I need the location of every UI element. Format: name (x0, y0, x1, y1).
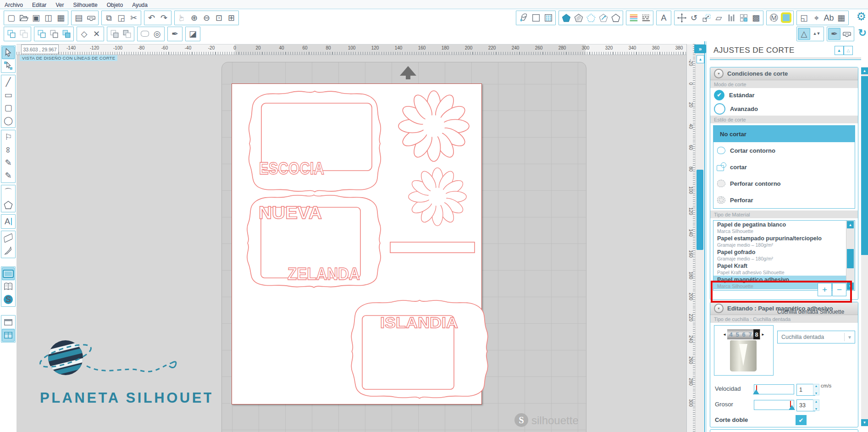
edit-points-tool[interactable] (2, 59, 15, 72)
material-scroll-down[interactable]: ▼ (847, 282, 854, 290)
blade-type-dropdown[interactable]: Cuchilla dentada ▼ (777, 331, 855, 343)
text-tool[interactable]: A (2, 215, 15, 228)
compound-paths[interactable] (60, 28, 72, 40)
fill-solid[interactable] (560, 12, 572, 24)
velocidad-stepper[interactable]: ▲▼ (813, 384, 819, 395)
arc-tool[interactable]: ⌒ (2, 186, 15, 199)
menu-editar[interactable]: Editar (28, 2, 51, 8)
fit-to-window[interactable]: ⊞ (225, 12, 238, 24)
freehand-tool[interactable]: ✎ (2, 156, 15, 169)
select-tool[interactable] (2, 46, 15, 59)
panel-up-alt-button[interactable]: △ (844, 46, 853, 55)
print[interactable]: ▤ (72, 12, 85, 24)
grosor-stepper[interactable]: ▲▼ (813, 399, 819, 411)
panel-scroll-down[interactable]: ▼ (861, 419, 868, 426)
blade-dial[interactable]: ◄ 45678 ► (718, 329, 769, 339)
text-style[interactable]: A (658, 12, 670, 24)
offset[interactable]: ◎ (151, 28, 163, 40)
shear[interactable]: ▱ (713, 12, 725, 24)
radio-checked-icon[interactable]: ✔ (714, 90, 724, 100)
menu-ver[interactable]: Ver (51, 2, 68, 8)
corte-doble-checkbox[interactable]: ✔ (796, 415, 807, 425)
vertical-scroll-thumb[interactable] (697, 170, 703, 250)
smooth-freehand-tool[interactable]: ✎ (2, 169, 15, 182)
menu-silhouette[interactable]: Silhouette (68, 2, 102, 8)
remove-material-button[interactable]: − (832, 283, 846, 296)
open-file[interactable] (17, 12, 30, 24)
show-grid[interactable]: ▦ (835, 12, 847, 24)
material-papel-de-pegatina-blanco[interactable]: Papel de pegatina blancoMarca Silhouette (713, 221, 846, 234)
send-backward[interactable] (121, 28, 133, 40)
scroll-up-button[interactable]: ▲ (697, 55, 704, 63)
align[interactable] (725, 12, 737, 24)
make-compound-path[interactable] (35, 28, 48, 40)
design-canvas[interactable]: ESCOCIA NUEVA ZELANDA ISLANDIA S silhoue… (17, 54, 686, 432)
curve-tool[interactable]: ∞ (2, 144, 15, 156)
cut-scissors[interactable]: ✂ (127, 12, 140, 24)
material-scroll-up[interactable]: ▲ (847, 221, 854, 228)
regular-polygon-tool[interactable] (2, 199, 15, 211)
trace[interactable]: ✒ (169, 28, 181, 40)
collapse-section-icon[interactable]: ▼ (714, 69, 724, 78)
delete[interactable]: ✕ (90, 28, 103, 40)
estilo-no-cortar[interactable]: No cortar (713, 126, 855, 142)
text-options[interactable]: Ab (823, 12, 835, 24)
outline-shape[interactable] (609, 12, 622, 24)
send-to-plotter[interactable] (85, 12, 97, 24)
bring-forward[interactable] (108, 28, 121, 40)
preferences-gear-button[interactable]: ⚙ (856, 10, 866, 23)
scale[interactable] (700, 12, 713, 24)
expand-panel-button[interactable]: » (694, 44, 706, 53)
menu-objeto[interactable]: Objeto (102, 2, 127, 8)
mirror[interactable]: ◪ (187, 28, 199, 40)
cut-settings-button[interactable]: △ (798, 28, 810, 40)
save-to-store[interactable]: ▦ (55, 12, 67, 24)
line-color[interactable] (627, 12, 640, 24)
panel-scrollbar[interactable]: ▲ ▼ (861, 67, 868, 426)
estilo-cortar[interactable]: cortar (713, 159, 855, 175)
undo[interactable]: ↶ (145, 12, 158, 24)
save[interactable]: ◫ (42, 12, 55, 24)
library-button[interactable] (2, 280, 15, 293)
new-document[interactable]: ▢ (5, 12, 17, 24)
fill-color[interactable] (517, 12, 530, 24)
window-tools[interactable] (780, 12, 792, 24)
nest[interactable]: ▩ (750, 12, 762, 24)
ungroup[interactable] (17, 28, 30, 40)
velocidad-slider[interactable] (754, 384, 794, 394)
redo[interactable]: ↷ (158, 12, 170, 24)
convert-to-path[interactable]: ◇ (78, 28, 90, 40)
rotate[interactable]: ↺ (688, 12, 700, 24)
replicate[interactable] (737, 12, 750, 24)
gradient-fill[interactable] (530, 12, 542, 24)
polygon-tool[interactable]: ⚐ (2, 131, 15, 144)
material-scroll-thumb[interactable] (847, 249, 854, 268)
estilo-perforar-contorno[interactable]: Perforar contorno (713, 175, 855, 192)
line-style[interactable] (640, 12, 652, 24)
collapse-section-icon[interactable]: ▼ (714, 304, 724, 313)
material-papel-gofrado[interactable]: Papel gofradoGramaje medio – 180g/m² (713, 248, 846, 262)
estilo-cortar-contorno[interactable]: Cortar contorno (713, 142, 855, 159)
release-compound-path[interactable] (48, 28, 60, 40)
radio-unchecked-icon[interactable] (714, 103, 725, 115)
fill-sketch[interactable] (572, 12, 585, 24)
material-papel-kraft[interactable]: Papel KraftPapel Kraft adhesivo Silhouet… (713, 262, 846, 276)
zoom-selection[interactable]: ⊡ (213, 12, 225, 24)
fill-dots[interactable] (585, 12, 597, 24)
panel-up-button[interactable]: ▲ (835, 46, 844, 55)
grosor-input[interactable] (796, 399, 815, 411)
design-view-button[interactable] (2, 316, 15, 329)
page-setup-button[interactable] (2, 267, 15, 280)
dial-right-icon[interactable]: ► (761, 332, 765, 337)
modo-option-avanzado[interactable]: Avanzado (710, 102, 858, 116)
grosor-slider[interactable] (754, 400, 794, 410)
ellipse-tool[interactable]: ◯ (2, 114, 15, 127)
registration-marks[interactable]: ⌖ (810, 12, 823, 24)
paste[interactable]: ◲ (115, 12, 127, 24)
dial-left-icon[interactable]: ◄ (723, 332, 726, 337)
estilo-perforar[interactable]: Perforar (713, 192, 855, 208)
page-settings[interactable]: ◱ (798, 12, 810, 24)
material-papel-estampado-purpurina/terciopelo[interactable]: Papel estampado purpurina/terciopeloGram… (713, 234, 846, 248)
cut-by-color-button[interactable]: ▲▼ (810, 28, 823, 40)
add-material-button[interactable]: + (818, 283, 832, 296)
